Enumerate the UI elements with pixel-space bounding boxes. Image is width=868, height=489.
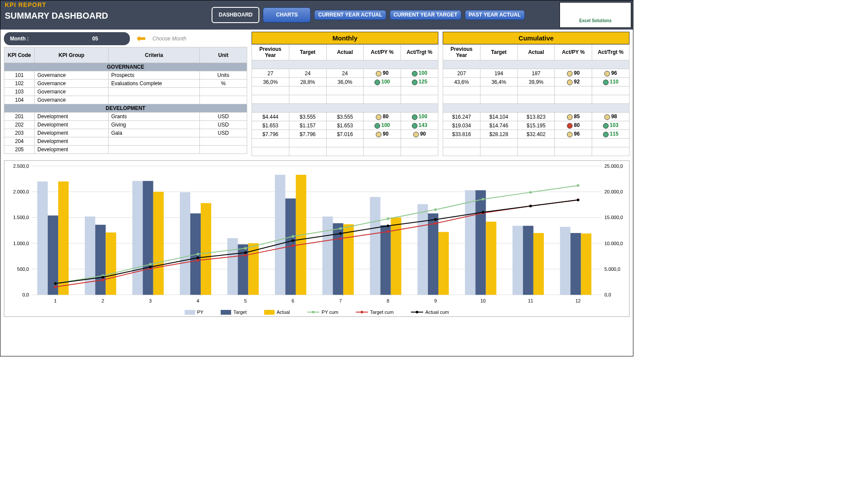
svg-text:2.000,0: 2.000,0 <box>13 189 29 194</box>
svg-text:9: 9 <box>434 298 437 303</box>
svg-text:1.500,0: 1.500,0 <box>13 215 29 220</box>
svg-point-84 <box>339 237 342 240</box>
svg-point-78 <box>54 286 56 288</box>
table-row <box>252 95 438 104</box>
current-year-target-button[interactable]: CURRENT YEAR TARGET <box>390 10 461 20</box>
table-row: 205Development <box>4 146 247 154</box>
svg-text:0,0: 0,0 <box>604 292 611 297</box>
col-target-c: Target <box>480 45 517 60</box>
svg-point-73 <box>387 217 389 220</box>
legend-actualcum: Actual cum <box>425 309 449 315</box>
legend-target: Target <box>233 309 247 315</box>
svg-rect-26 <box>133 181 143 295</box>
col-actpy: Act/PY % <box>364 45 401 60</box>
section-governance: GOVERNANCE <box>4 63 247 71</box>
table-row <box>252 147 438 156</box>
svg-point-70 <box>244 247 247 249</box>
svg-rect-47 <box>381 225 391 295</box>
table-row: 202DevelopmentGivingUSD <box>4 121 247 129</box>
svg-point-100 <box>529 205 532 207</box>
svg-text:4: 4 <box>196 298 199 303</box>
cumulative-table: Previous Year Target Actual Act/PY % Act… <box>443 44 629 156</box>
svg-point-75 <box>482 198 484 200</box>
report-subtitle: SUMMARY DASHBOARD <box>5 11 174 21</box>
svg-rect-62 <box>560 227 570 295</box>
table-row <box>443 139 629 147</box>
svg-text:5: 5 <box>244 298 247 303</box>
table-row: 272424 90 100 <box>252 69 438 78</box>
svg-text:3: 3 <box>149 298 152 303</box>
svg-point-96 <box>339 232 342 235</box>
svg-point-83 <box>292 244 294 247</box>
col-criteria: Criteria <box>109 47 200 63</box>
col-target: Target <box>289 45 326 60</box>
header: KPI REPORT SUMMARY DASHBOARD DASHBOARD C… <box>0 0 633 30</box>
col-acttrgt-c: Act/Trgt % <box>592 45 629 60</box>
svg-point-101 <box>577 199 580 201</box>
charts-button[interactable]: CHARTS <box>263 7 311 23</box>
month-selector[interactable]: Month : 05 <box>4 32 130 45</box>
logo-sub: Excel Solutions <box>579 18 611 23</box>
table-row <box>443 95 629 104</box>
logo-text: someka <box>576 7 615 18</box>
table-row <box>443 147 629 156</box>
svg-text:0,0: 0,0 <box>23 292 29 297</box>
svg-rect-24 <box>106 233 116 295</box>
legend-actual: Actual <box>277 309 290 315</box>
svg-point-68 <box>149 263 152 266</box>
monthly-table: Previous Year Target Actual Act/PY % Act… <box>252 44 438 156</box>
col-actpy-c: Act/PY % <box>555 45 592 60</box>
current-year-actual-button[interactable]: CURRENT YEAR ACTUAL <box>314 10 386 20</box>
svg-text:500,0: 500,0 <box>17 266 29 272</box>
svg-point-81 <box>197 259 199 262</box>
table-row <box>252 86 438 95</box>
table-row <box>252 139 438 147</box>
svg-text:1: 1 <box>54 298 56 303</box>
svg-rect-52 <box>438 232 449 295</box>
col-actual-c: Actual <box>517 45 555 60</box>
table-row: 43,6%36,4%39,9% 92 110 <box>443 78 629 86</box>
svg-rect-42 <box>322 216 333 295</box>
table-row: 103Governance <box>4 88 247 96</box>
svg-rect-63 <box>570 233 581 295</box>
legend-pycum: PY cum <box>321 309 338 315</box>
svg-point-76 <box>529 191 532 193</box>
svg-rect-34 <box>227 238 238 295</box>
svg-rect-27 <box>143 181 153 295</box>
table-row: $33.816$28.128$32.402 96 115 <box>443 130 629 139</box>
table-row: $19.034$14.746$15.195 80 103 <box>443 121 629 130</box>
col-py: Previous Year <box>252 45 289 60</box>
table-row: 204Development <box>4 137 247 146</box>
svg-point-90 <box>54 282 56 285</box>
svg-rect-32 <box>201 203 211 295</box>
section-development: DEVELOPMENT <box>4 104 247 113</box>
svg-text:25.000,0: 25.000,0 <box>604 163 623 169</box>
svg-text:1.000,0: 1.000,0 <box>13 241 29 246</box>
svg-text:15.000,0: 15.000,0 <box>604 215 623 220</box>
svg-rect-28 <box>153 192 164 295</box>
month-label: Month : <box>4 36 60 42</box>
arrow-left-icon: ⬅ <box>136 32 146 45</box>
table-row: 36,0%28,8%36,0% 100 125 <box>252 78 438 86</box>
table-row: 203DevelopmentGalaUSD <box>4 129 247 137</box>
svg-point-72 <box>339 227 342 230</box>
report-title: KPI REPORT <box>5 1 174 8</box>
table-row: $7.796$7.796$7.016 90 90 <box>252 130 438 139</box>
table-row <box>443 86 629 95</box>
svg-point-79 <box>102 279 104 281</box>
svg-point-99 <box>482 211 484 213</box>
logo: someka Excel Solutions <box>560 2 631 28</box>
svg-point-86 <box>434 222 437 225</box>
svg-point-77 <box>577 184 580 187</box>
svg-rect-22 <box>85 216 95 295</box>
table-row: $4.444$3.555$3.555 80 100 <box>252 113 438 121</box>
table-row: 201DevelopmentGrantsUSD <box>4 113 247 121</box>
col-acttrgt: Act/Trgt % <box>401 45 438 60</box>
svg-text:11: 11 <box>528 298 533 303</box>
past-year-actual-button[interactable]: PAST YEAR ACTUAL <box>465 10 525 20</box>
svg-rect-44 <box>343 224 354 295</box>
svg-rect-46 <box>370 197 381 295</box>
svg-rect-59 <box>523 226 533 295</box>
dashboard-button[interactable]: DASHBOARD <box>212 7 259 23</box>
col-py-c: Previous Year <box>443 45 480 60</box>
